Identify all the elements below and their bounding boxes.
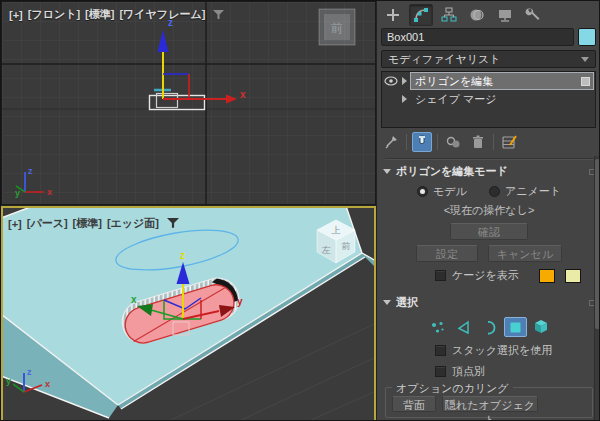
by-vertex-label: 頂点別 [452,364,485,379]
commit-button[interactable]: 確認 [450,223,528,240]
radio-on-icon[interactable] [417,186,428,197]
radio-model[interactable]: モデル [417,184,467,199]
radio-animate-label: アニメート [505,184,561,199]
chevron-down-icon [581,57,589,62]
modifier-list-label: モディファイヤリスト [388,52,501,67]
make-unique-icon [446,136,461,149]
max-window: z x z x y [0,0,600,421]
radio-animate[interactable]: アニメート [489,184,561,199]
panel-scrollbar[interactable] [594,156,600,421]
stack-item-label[interactable]: シェイプ マージ [411,91,593,108]
visibility-eye-icon[interactable] [384,76,398,86]
separator [437,134,438,150]
polygon-subobject-button[interactable] [504,317,527,337]
viewport-label-persp[interactable]: [+] [パース] [標準] [エッジ面] [8,216,179,231]
viewport-front[interactable]: z x z x y [1,1,376,205]
mode-radio-group: モデル アニメート [377,184,600,199]
per-view-filter-icon[interactable] [213,10,224,20]
rollout-selection-header[interactable]: 選択 [377,291,600,312]
cancel-button[interactable]: キャンセル [488,245,562,262]
persp-viewport-canvas[interactable]: z x y 上 左 前 [1,206,376,421]
rollout-open-icon [383,300,391,305]
viewport-menu-standard[interactable]: [標準] [85,7,114,22]
object-name-field[interactable]: Box001 [381,28,574,46]
viewport-menu-pov[interactable]: [パース] [27,216,68,231]
object-name-row: Box001 [377,27,600,46]
stack-item-shape-merge[interactable]: シェイプ マージ [382,90,595,108]
viewport-menu-pov[interactable]: [フロント] [28,7,80,22]
rollout-title: ポリゴンを編集モード [396,164,508,179]
edge-subobject-button[interactable] [452,317,475,337]
rollout-title: 選択 [396,295,418,310]
modify-icon [413,7,429,23]
viewport-menu-general[interactable]: [+] [9,9,23,21]
show-cage-row: ケージを表示 [435,268,600,283]
motion-icon [469,7,485,23]
cage-color-swatch-2[interactable] [565,269,581,283]
hierarchy-icon [441,7,457,23]
per-view-filter-icon[interactable] [167,218,179,229]
object-color-swatch[interactable] [578,28,596,46]
viewport-perspective[interactable]: z x y 上 左 前 [1,206,376,421]
viewport-menu-shading[interactable]: [ワイヤフレーム] [119,7,205,22]
culling-options-group: オプションのカリング 背面 隠れたオブジェクト [385,387,593,418]
viewport-menu-general[interactable]: [+] [8,218,22,230]
radio-model-label: モデル [433,184,467,199]
create-tab[interactable] [381,4,405,26]
by-vertex-checkbox[interactable] [435,366,446,377]
use-stack-selection-label: スタック選択を使用 [452,343,552,358]
viewcube-front-viewport[interactable]: 前 [319,9,355,45]
hidden-objects-button[interactable]: 隠れたオブジェクト [442,396,538,412]
gizmo-x-label: x [240,89,246,100]
tripod-z-label: z [27,367,32,377]
show-end-result-button[interactable] [412,132,432,152]
subobject-level-row [377,317,600,337]
stack-item-label[interactable]: ポリゴンを編集 [411,73,581,90]
rollout-edit-poly-mode-header[interactable]: ポリゴンを編集モード [377,160,600,181]
pin-stack-button[interactable] [381,132,401,152]
tripod-y-label: y [6,376,11,386]
backface-button[interactable]: 背面 [392,396,436,412]
modify-tab[interactable] [409,4,433,26]
vertex-subobject-button[interactable] [426,317,449,337]
settings-button[interactable]: 設定 [416,245,478,262]
viewport-menu-standard[interactable]: [標準] [73,216,102,231]
viewport-menu-shading[interactable]: [エッジ面] [107,216,159,231]
utilities-tab[interactable] [521,4,545,26]
element-subobject-button[interactable] [530,317,553,337]
modifier-list-dropdown[interactable]: モディファイヤリスト [381,50,596,68]
configure-modifier-sets-button[interactable] [499,132,519,152]
cage-color-swatch-1[interactable] [539,269,555,283]
modifier-onoff-icon[interactable] [581,77,590,86]
viewcube-face-label[interactable]: 前 [331,21,343,35]
by-vertex-row: 頂点別 [435,364,600,379]
show-end-result-icon [416,135,428,149]
scrollbar-thumb[interactable] [595,159,600,329]
use-stack-selection-checkbox[interactable] [435,345,446,356]
element-icon [533,319,549,335]
radio-off-icon[interactable] [489,186,500,197]
hierarchy-tab[interactable] [437,4,461,26]
viewcube-front-label[interactable]: 前 [342,241,351,251]
viewcube-top-label[interactable]: 上 [332,225,341,235]
modifier-stack[interactable]: ポリゴンを編集 シェイプ マージ [381,71,596,128]
remove-modifier-button[interactable] [468,132,488,152]
gizmo-z-label: z [180,250,185,261]
chevron-right-icon[interactable] [402,95,407,103]
display-tab[interactable] [493,4,517,26]
trash-icon [472,135,484,149]
motion-tab[interactable] [465,4,489,26]
border-subobject-button[interactable] [478,317,501,337]
front-viewport-canvas[interactable]: z x z x y [2,2,375,204]
command-panel: Box001 モディファイヤリスト ポリゴンを編集 [376,1,600,421]
create-icon [385,7,401,23]
viewcube-left-label[interactable]: 左 [322,245,331,255]
command-panel-tabs [377,1,600,27]
viewport-label-front[interactable]: [+] [フロント] [標準] [ワイヤフレーム] [9,7,224,22]
stack-item-edit-poly[interactable]: ポリゴンを編集 [382,72,595,90]
make-unique-button[interactable] [443,132,463,152]
chevron-right-icon[interactable] [402,77,407,85]
utilities-icon [525,7,541,23]
show-cage-checkbox[interactable] [435,270,446,281]
polygon-icon [508,320,523,335]
